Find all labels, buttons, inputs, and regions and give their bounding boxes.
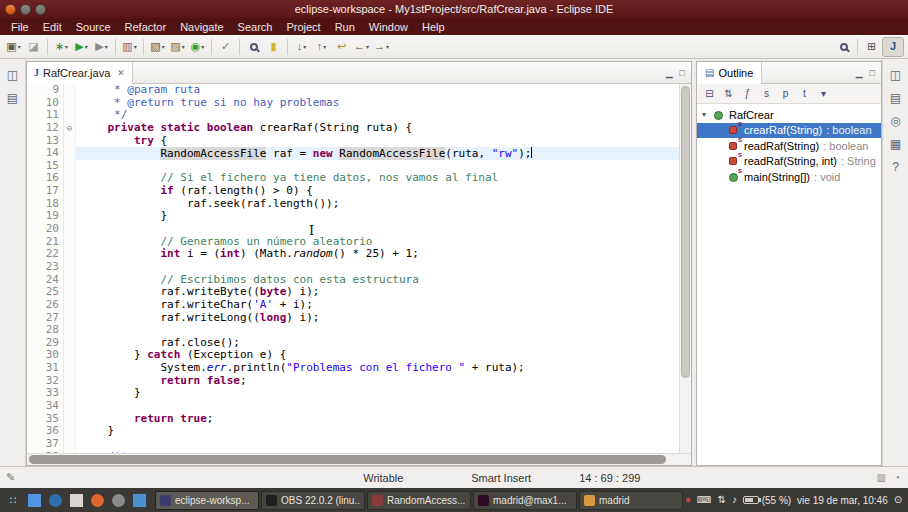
software-center-launcher-icon[interactable]	[129, 491, 149, 509]
code-line-27[interactable]: 27 raf.writeLong((long) i);	[27, 312, 679, 325]
open-perspective-button[interactable]: ⊞	[862, 37, 881, 57]
menu-file[interactable]: File	[4, 20, 36, 34]
tab-outline[interactable]: ▤ Outline	[697, 62, 762, 84]
code-line-35[interactable]: 35 return true;	[27, 413, 679, 426]
menu-run[interactable]: Run	[328, 20, 362, 34]
record-status-icon[interactable]: ●	[685, 495, 691, 505]
code-line-22[interactable]: 22 int i = (int) (Math.random() * 25) + …	[27, 248, 679, 261]
code-line-36[interactable]: 36 }	[27, 425, 679, 438]
taskbar-window-madrid[interactable]: madrid	[579, 491, 683, 510]
menu-edit[interactable]: Edit	[36, 20, 69, 34]
hide-static-members-icon[interactable]: s	[758, 89, 775, 99]
forward-button[interactable]: →▾	[372, 37, 391, 57]
keyboard-layout-icon[interactable]: ⌨	[697, 495, 711, 505]
minimize-pane-icon[interactable]: ▁	[666, 68, 673, 78]
horizontal-scrollbar-thumb[interactable]	[29, 455, 666, 464]
mark-occurrences-button[interactable]: ▮	[264, 37, 283, 57]
code-line-13[interactable]: 13 try {	[27, 135, 679, 148]
taskbar-window-eclipse-worksp[interactable]: eclipse-worksp...	[155, 491, 259, 510]
fold-marker-icon[interactable]: ⊖	[63, 122, 76, 135]
menu-source[interactable]: Source	[69, 20, 118, 34]
outline-item-readraf-string-int[interactable]: SreadRaf(String, int) : String	[697, 154, 881, 170]
sort-icon[interactable]: ⇅	[720, 89, 737, 99]
restore-pane-icon[interactable]: ◫	[7, 69, 18, 81]
file-manager-launcher-icon[interactable]	[24, 491, 44, 509]
menu-navigate[interactable]: Navigate	[173, 20, 230, 34]
maximize-pane-icon[interactable]: □	[680, 68, 685, 78]
open-task-button[interactable]: ✓	[216, 37, 235, 57]
hide-non-public-icon[interactable]: p	[777, 89, 794, 99]
package-explorer-icon[interactable]: ▤	[7, 92, 18, 104]
quick-search-icon[interactable]	[834, 37, 853, 57]
new-package-button[interactable]: ▨▾	[168, 37, 187, 57]
network-icon[interactable]: ⇅	[717, 495, 725, 505]
synchronize-icon[interactable]: ◎	[890, 115, 900, 127]
help-panel-icon[interactable]: ?	[892, 161, 899, 173]
taskbar-window-obs-22-0-2-linu[interactable]: OBS 22.0.2 (linu...	[261, 491, 365, 510]
debug-button[interactable]: ∗▾	[52, 37, 71, 57]
minimize-pane-icon[interactable]: ▁	[856, 68, 863, 78]
close-window-button[interactable]	[5, 4, 16, 15]
statusbar-right-icons: ▥◔	[877, 472, 908, 483]
maximize-pane-icon[interactable]: □	[870, 68, 875, 78]
menu-window[interactable]: Window	[362, 20, 415, 34]
editor-tab-rafcrear[interactable]: J RafCrear.java ✕	[27, 62, 133, 84]
next-annotation-button[interactable]: ↓▾	[292, 37, 311, 57]
clock[interactable]: vie 19 de mar, 10:46	[797, 495, 888, 506]
progress-icon[interactable]: ▥	[877, 472, 886, 483]
outline-item-rafcrear[interactable]: ▾RafCrear	[697, 107, 881, 123]
menu-search[interactable]: Search	[231, 20, 280, 34]
code-editor[interactable]: 9 * @param ruta10 * @return true si no h…	[27, 84, 679, 453]
firefox-launcher-icon[interactable]	[87, 491, 107, 509]
power-icon[interactable]: ⊙	[894, 495, 902, 505]
applications-menu-launcher-icon[interactable]: ∷	[3, 491, 23, 509]
expander-icon[interactable]: ▾	[702, 110, 710, 119]
settings-launcher-icon[interactable]	[108, 491, 128, 509]
menu-help[interactable]: Help	[415, 20, 452, 34]
menu-project[interactable]: Project	[279, 20, 327, 34]
run-button[interactable]: ▶▾	[72, 37, 91, 57]
vertical-scrollbar[interactable]	[679, 84, 691, 453]
save-button[interactable]: ◪	[24, 37, 43, 57]
back-button[interactable]: ←▾	[352, 37, 371, 57]
snippets-icon[interactable]: ▦	[890, 138, 901, 150]
outline-item-main-string[interactable]: Smain(String[]) : void	[697, 169, 881, 185]
menu-refactor[interactable]: Refactor	[118, 20, 174, 34]
mark-occurrences-button-glyph: ▮	[270, 41, 276, 52]
vertical-scrollbar-thumb[interactable]	[681, 86, 690, 378]
minimize-window-button[interactable]	[20, 4, 31, 15]
collapse-all-icon[interactable]: ⊟	[701, 89, 718, 99]
outline-item-crearraf-string[interactable]: ScrearRaf(String) : boolean	[697, 123, 881, 139]
notifications-icon[interactable]: ◔	[894, 472, 900, 483]
hide-local-types-icon[interactable]: t	[796, 89, 813, 99]
view-menu-icon[interactable]: ▾	[815, 89, 832, 99]
maximize-window-button[interactable]	[35, 4, 46, 15]
web-browser-launcher-icon[interactable]	[45, 491, 65, 509]
taskbar-window-madrid-max1[interactable]: madrid@max1...	[473, 491, 577, 510]
taskbar-window-randomaccess[interactable]: RandomAccess...	[367, 491, 471, 510]
code-text: }	[76, 210, 679, 223]
new-class-button[interactable]: ◉▾	[188, 37, 207, 57]
new-wizard-button[interactable]: ▣▾	[4, 37, 23, 57]
coverage-button[interactable]: ▥▾	[120, 37, 139, 57]
code-line-33[interactable]: 33 }	[27, 387, 679, 400]
coverage-button-glyph: ▥	[122, 41, 132, 52]
taskbar-launchers: ∷	[3, 491, 149, 509]
new-java-project-button[interactable]: ▧▾	[148, 37, 167, 57]
text-editor-launcher-icon[interactable]	[66, 491, 86, 509]
next-annotation-button-glyph: ↓	[297, 41, 303, 52]
outline-item-readraf-string[interactable]: SreadRaf(String) : boolean	[697, 138, 881, 154]
volume-icon[interactable]: ♪	[732, 495, 737, 505]
close-tab-icon[interactable]: ✕	[117, 68, 125, 78]
java-perspective-button[interactable]: J	[882, 37, 904, 57]
restore-pane-icon[interactable]: ◫	[890, 69, 901, 81]
previous-annotation-button[interactable]: ↑▾	[312, 37, 331, 57]
task-list-icon[interactable]: ▤	[890, 92, 901, 104]
code-line-19[interactable]: 19 }	[27, 210, 679, 223]
horizontal-scrollbar[interactable]	[27, 453, 691, 465]
code-line-14[interactable]: 14 RandomAccessFile raf = new RandomAcce…	[27, 147, 679, 160]
hide-fields-icon[interactable]: ƒ	[739, 89, 756, 99]
search-icon[interactable]	[244, 37, 263, 57]
run-external-tools-button[interactable]: ▶▾	[92, 37, 111, 57]
last-edit-location-button[interactable]: ↩	[332, 37, 351, 57]
